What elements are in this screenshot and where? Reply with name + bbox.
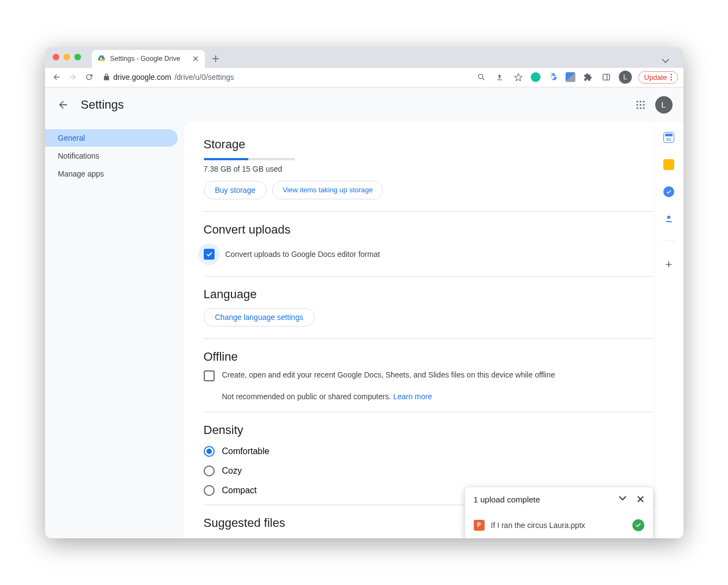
section-title: Convert uploads (204, 223, 664, 237)
minimize-window-button[interactable] (64, 54, 70, 60)
sidebar-item-label: General (58, 134, 85, 142)
calendar-icon[interactable]: 31 (663, 132, 674, 143)
forward-button[interactable] (67, 71, 79, 83)
buy-storage-button[interactable]: Buy storage (204, 181, 267, 199)
svg-point-11 (636, 107, 638, 109)
extensions-icon[interactable] (582, 71, 594, 83)
svg-point-12 (639, 107, 641, 109)
back-button[interactable] (51, 71, 62, 83)
divider (204, 338, 664, 339)
section-title: Offline (204, 350, 664, 364)
checkbox-label: Create, open and edit your recent Google… (222, 370, 555, 379)
sidebar-item-label: Manage apps (58, 169, 104, 178)
section-title: Language (204, 287, 664, 301)
reload-button[interactable] (83, 71, 95, 83)
radio-button[interactable] (204, 485, 215, 496)
side-panel-rail: 31 + (654, 122, 683, 538)
sidebar-item-notifications[interactable]: Notifications (45, 147, 178, 165)
toast-title: 1 upload complete (474, 495, 541, 504)
svg-point-9 (639, 104, 641, 105)
svg-point-8 (636, 104, 638, 105)
svg-point-2 (670, 74, 672, 76)
upload-toast: 1 upload complete P If I ran the circus … (465, 487, 653, 538)
section-offline: Offline Create, open and edit your recen… (204, 350, 664, 401)
divider (204, 412, 664, 412)
bookmark-icon[interactable] (512, 71, 524, 83)
section-density: Density Comfortable Cozy Compact (204, 423, 664, 496)
update-button[interactable]: Update (638, 71, 678, 84)
powerpoint-icon: P (474, 520, 485, 531)
radio-button[interactable] (204, 466, 215, 476)
svg-point-3 (670, 77, 672, 78)
view-items-button[interactable]: View items taking up storage (272, 181, 383, 199)
section-title: Storage (204, 137, 664, 152)
lock-icon (103, 73, 110, 81)
upload-success-icon (632, 519, 644, 531)
profile-avatar[interactable]: L (619, 71, 632, 84)
account-avatar[interactable]: L (655, 96, 673, 114)
svg-point-6 (639, 100, 641, 102)
radio-label: Cozy (222, 466, 242, 476)
svg-point-14 (667, 216, 670, 219)
url-domain: drive.google.com (114, 73, 172, 81)
toast-collapse-button[interactable] (618, 495, 627, 503)
sidebar-item-label: Notifications (58, 152, 99, 160)
extension-translate-icon[interactable] (566, 72, 575, 82)
sidebar-item-general[interactable]: General (45, 129, 178, 147)
upload-file-name: If I ran the circus Laura.pptx (491, 521, 586, 530)
add-addon-button[interactable]: + (666, 257, 673, 272)
app-header: Settings L (45, 87, 683, 122)
sidebar-item-manage-apps[interactable]: Manage apps (45, 165, 178, 183)
density-option-comfortable[interactable]: Comfortable (204, 446, 664, 457)
close-window-button[interactable] (53, 54, 59, 60)
zoom-icon[interactable] (475, 71, 487, 83)
extension-gear-icon[interactable] (547, 71, 559, 83)
tab-title: Settings - Google Drive (110, 55, 180, 62)
side-panel-icon[interactable] (600, 71, 612, 83)
svg-point-5 (636, 100, 638, 102)
change-language-button[interactable]: Change language settings (204, 308, 315, 326)
contacts-icon[interactable] (663, 213, 674, 224)
section-convert-uploads: Convert uploads Convert uploads to Googl… (204, 223, 664, 265)
section-title: Density (204, 423, 664, 437)
back-arrow-button[interactable] (56, 98, 70, 112)
tab-list-button[interactable] (658, 54, 673, 68)
apps-grid-button[interactable] (636, 100, 645, 110)
storage-progress-fill (204, 158, 248, 160)
svg-rect-1 (603, 74, 610, 80)
section-language: Language Change language settings (204, 287, 664, 326)
window-controls (53, 54, 81, 60)
svg-point-10 (643, 104, 644, 105)
keep-icon[interactable] (663, 159, 674, 170)
svg-point-0 (478, 74, 482, 79)
checkbox-label: Convert uploads to Google Docs editor fo… (225, 250, 380, 259)
address-bar[interactable]: drive.google.com/drive/u/0/settings (103, 73, 234, 81)
browser-tab[interactable]: Settings - Google Drive (92, 50, 205, 68)
density-option-cozy[interactable]: Cozy (204, 466, 664, 476)
radio-button[interactable] (204, 446, 215, 457)
radio-label: Compact (222, 486, 257, 495)
maximize-window-button[interactable] (74, 54, 81, 60)
divider (204, 276, 664, 276)
storage-used-text: 7.38 GB of 15 GB used (204, 165, 664, 173)
convert-uploads-checkbox[interactable] (204, 249, 215, 260)
radio-label: Comfortable (222, 446, 269, 456)
svg-point-4 (670, 79, 672, 81)
browser-toolbar: drive.google.com/drive/u/0/settings L Up… (45, 68, 683, 87)
tab-strip: Settings - Google Drive (45, 47, 683, 68)
svg-point-13 (643, 107, 644, 109)
close-tab-button[interactable] (192, 55, 199, 62)
new-tab-button[interactable] (208, 51, 223, 66)
drive-icon (97, 54, 106, 63)
section-storage: Storage 7.38 GB of 15 GB used Buy storag… (204, 137, 664, 199)
url-path: /drive/u/0/settings (174, 73, 234, 81)
offline-checkbox[interactable] (204, 370, 215, 381)
share-icon[interactable] (494, 71, 506, 83)
extension-grammarly-icon[interactable] (531, 72, 541, 82)
divider (204, 211, 664, 212)
learn-more-link[interactable]: Learn more (393, 392, 432, 401)
svg-point-7 (643, 100, 644, 102)
tasks-icon[interactable] (663, 186, 674, 197)
toast-close-button[interactable] (637, 495, 644, 503)
upload-file-row[interactable]: P If I ran the circus Laura.pptx (465, 512, 653, 538)
